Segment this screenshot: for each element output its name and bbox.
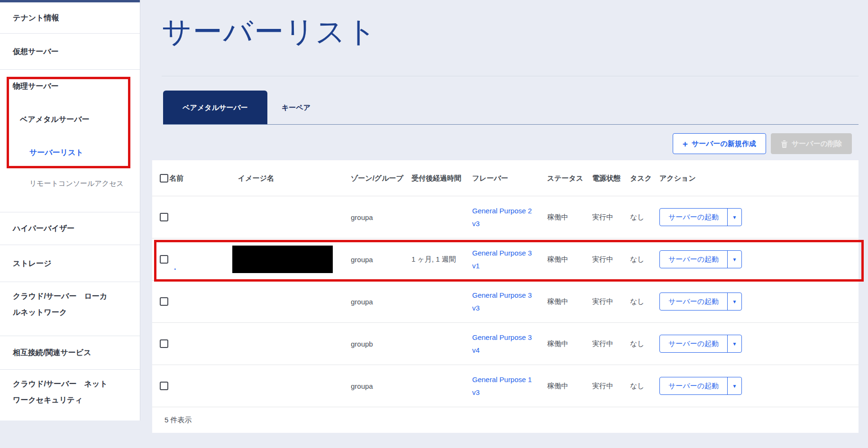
plus-icon: + [683, 139, 688, 148]
sidebar-item-server-list[interactable]: サーバーリスト [0, 136, 140, 169]
sidebar-item-physical-server[interactable]: 物理サーバー [0, 70, 140, 103]
sidebar: テナント情報 仮想サーバー 物理サーバー ベアメタルサーバー サーバーリスト リ… [0, 0, 140, 421]
sidebar-item-hypervisor[interactable]: ハイパーバイザー [0, 212, 140, 245]
chevron-down-icon[interactable]: ▼ [727, 251, 741, 268]
column-header-name: 名前 [169, 172, 238, 184]
zone-cell: groupa [351, 213, 411, 221]
sidebar-item-label: 相互接続/関連サービス [13, 345, 91, 361]
sidebar-item-label: ハイパーバイザー [13, 220, 74, 237]
chevron-down-icon[interactable]: ▼ [727, 209, 741, 226]
flavor-link[interactable]: General Purpose 3 v3 [472, 289, 535, 314]
zone-cell: groupa [351, 382, 411, 390]
delete-server-button[interactable]: サーバーの削除 [771, 133, 852, 154]
start-server-split-button: サーバーの起動 ▼ [659, 335, 742, 353]
tab-baremetal-server[interactable]: ベアメタルサーバー [163, 91, 267, 124]
sidebar-item-remote-console-access[interactable]: リモートコンソールアクセス [0, 169, 140, 212]
sidebar-item-tenant-info[interactable]: テナント情報 [0, 2, 140, 33]
sidebar-item-label: テナント情報 [13, 10, 59, 26]
select-all-checkbox[interactable] [160, 174, 168, 183]
row-checkbox[interactable] [160, 255, 168, 264]
start-server-button[interactable]: サーバーの起動 [660, 293, 727, 310]
start-server-split-button: サーバーの起動 ▼ [659, 208, 742, 226]
name-cell: . [169, 238, 238, 280]
chevron-down-icon[interactable]: ▼ [727, 335, 741, 352]
chevron-down-icon[interactable]: ▼ [727, 293, 741, 310]
table-row: groupb General Purpose 3 v4 稼働中 実行中 なし サ… [152, 322, 859, 365]
sidebar-item-label: ベアメタルサーバー [20, 111, 90, 128]
zone-cell: groupb [351, 340, 411, 348]
header-checkbox-cell [160, 174, 169, 183]
server-name-link[interactable]: . [174, 265, 176, 270]
name-cell [169, 365, 238, 407]
status-cell: 稼働中 [547, 382, 592, 391]
create-server-label: サーバーの新規作成 [692, 139, 756, 148]
sidebar-item-baremetal-server[interactable]: ベアメタルサーバー [0, 103, 140, 136]
start-server-button[interactable]: サーバーの起動 [660, 335, 727, 352]
column-header-image: イメージ名 [238, 172, 351, 184]
task-cell: なし [630, 255, 659, 264]
zone-cell: groupa [351, 256, 411, 264]
name-cell [169, 196, 238, 238]
row-checkbox[interactable] [160, 297, 168, 306]
start-server-button[interactable]: サーバーの起動 [660, 209, 727, 226]
column-header-task: タスク [630, 172, 659, 184]
task-cell: なし [630, 339, 659, 348]
divider [162, 76, 859, 76]
sidebar-item-network-security[interactable]: クラウド/サーバー ネットワークセキュリティ [0, 370, 140, 424]
status-cell: 稼働中 [547, 213, 592, 222]
name-cell [169, 281, 238, 322]
delete-server-label: サーバーの削除 [792, 139, 842, 148]
create-server-button[interactable]: + サーバーの新規作成 [673, 133, 766, 154]
redacted-image-name [232, 246, 333, 273]
flavor-link[interactable]: General Purpose 3 v4 [472, 331, 535, 357]
flavor-link[interactable]: General Purpose 1 v3 [472, 373, 535, 399]
power-cell: 実行中 [592, 382, 630, 391]
row-checkbox[interactable] [160, 382, 168, 390]
tab-keypair[interactable]: キーペア [267, 91, 325, 124]
trash-icon [781, 140, 788, 148]
sidebar-item-label: サーバーリスト [29, 145, 83, 161]
flavor-link[interactable]: General Purpose 3 v1 [472, 247, 535, 272]
sidebar-item-local-network[interactable]: クラウド/サーバー ローカルネットワーク [0, 282, 140, 336]
table-row: groupa General Purpose 3 v3 稼働中 実行中 なし サ… [152, 280, 859, 322]
sidebar-item-label: クラウド/サーバー ネットワークセキュリティ [13, 370, 115, 414]
sidebar-item-label: 物理サーバー [13, 78, 59, 94]
sidebar-item-interconnect[interactable]: 相互接続/関連サービス [0, 336, 140, 369]
table-header-row: 名前 イメージ名 ゾーン/グループ 受付後経過時間 フレーバー ステータス 電源… [152, 160, 859, 196]
sidebar-item-storage[interactable]: ストレージ [0, 245, 140, 282]
tab-bar: ベアメタルサーバー キーペア [163, 91, 859, 125]
start-server-split-button: サーバーの起動 ▼ [659, 377, 742, 395]
start-server-split-button: サーバーの起動 ▼ [659, 293, 742, 311]
sidebar-item-label: ストレージ [13, 256, 52, 272]
column-header-elapsed: 受付後経過時間 [411, 172, 472, 184]
start-server-split-button: サーバーの起動 ▼ [659, 250, 742, 268]
table-row-highlighted: . groupa 1 ヶ月, 1 週間 General Purpose 3 v1… [152, 238, 859, 280]
zone-cell: groupa [351, 298, 411, 306]
sidebar-item-virtual-server[interactable]: 仮想サーバー [0, 34, 140, 69]
row-checkbox[interactable] [160, 213, 168, 221]
power-cell: 実行中 [592, 297, 630, 306]
name-cell [169, 323, 238, 365]
status-cell: 稼働中 [547, 255, 592, 264]
sidebar-item-label: クラウド/サーバー ローカルネットワーク [13, 282, 115, 327]
column-header-flavor: フレーバー [472, 172, 547, 184]
status-cell: 稼働中 [547, 339, 592, 348]
task-cell: なし [630, 213, 659, 222]
table-footer: 5 件表示 [152, 407, 859, 433]
elapsed-cell: 1 ヶ月, 1 週間 [411, 255, 472, 264]
row-checkbox[interactable] [160, 339, 168, 348]
power-cell: 実行中 [592, 339, 630, 348]
chevron-down-icon[interactable]: ▼ [727, 377, 741, 394]
page-title: サーバーリスト [162, 14, 868, 49]
sidebar-item-label: 仮想サーバー [13, 44, 59, 60]
sidebar-item-label: リモートコンソールアクセス [29, 169, 131, 198]
flavor-link[interactable]: General Purpose 2 v3 [472, 204, 535, 230]
start-server-button[interactable]: サーバーの起動 [660, 377, 727, 394]
image-cell [238, 246, 351, 273]
column-header-power: 電源状態 [592, 172, 630, 184]
task-cell: なし [630, 297, 659, 306]
toolbar: + サーバーの新規作成 サーバーの削除 [141, 133, 852, 154]
start-server-button[interactable]: サーバーの起動 [660, 251, 727, 268]
main-content: サーバーリスト ベアメタルサーバー キーペア + サーバーの新規作成 サーバーの… [141, 0, 868, 448]
power-cell: 実行中 [592, 213, 630, 222]
